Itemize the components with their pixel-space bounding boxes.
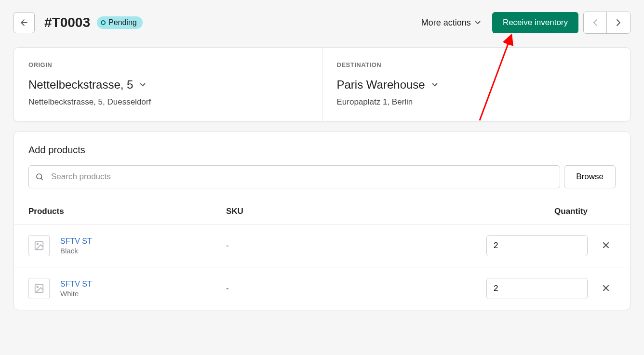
image-placeholder-icon bbox=[34, 283, 44, 294]
quantity-stepper bbox=[486, 235, 588, 256]
status-badge: Pending bbox=[97, 16, 143, 29]
origin-name: Nettelbeckstrasse, 5 bbox=[28, 78, 133, 92]
remove-row-button[interactable] bbox=[599, 238, 613, 253]
arrow-left-icon bbox=[19, 18, 29, 27]
browse-button[interactable]: Browse bbox=[564, 165, 616, 188]
products-table-header: Products SKU Quantity bbox=[14, 201, 630, 224]
caret-down-icon bbox=[432, 83, 438, 87]
col-sku: SKU bbox=[226, 207, 471, 216]
image-placeholder-icon bbox=[34, 240, 44, 251]
remove-row-button[interactable] bbox=[599, 281, 613, 296]
destination-label: DESTINATION bbox=[337, 61, 616, 68]
page-title: #T0003 bbox=[44, 15, 90, 30]
add-products-title: Add products bbox=[14, 145, 630, 165]
chevron-left-icon bbox=[593, 19, 598, 26]
destination-selector[interactable]: Paris Warehouse bbox=[337, 78, 616, 92]
product-name-link[interactable]: SFTV ST bbox=[60, 280, 92, 289]
col-products: Products bbox=[28, 207, 226, 216]
svg-point-8 bbox=[37, 286, 38, 288]
product-sku: - bbox=[226, 241, 471, 250]
destination-name: Paris Warehouse bbox=[337, 78, 425, 92]
more-actions-menu[interactable]: More actions bbox=[421, 18, 481, 28]
origin-label: ORIGIN bbox=[28, 61, 308, 68]
pager bbox=[583, 12, 631, 34]
col-quantity: Quantity bbox=[471, 207, 596, 216]
pager-prev-button[interactable] bbox=[584, 12, 607, 33]
quantity-stepper bbox=[486, 278, 588, 299]
close-icon bbox=[602, 241, 610, 249]
destination-column: DESTINATION Paris Warehouse Europaplatz … bbox=[322, 48, 631, 121]
back-button[interactable] bbox=[13, 12, 35, 33]
product-variant: White bbox=[60, 289, 92, 298]
caret-down-icon bbox=[140, 83, 146, 87]
search-icon bbox=[35, 172, 44, 181]
search-products-input[interactable] bbox=[28, 165, 560, 188]
more-actions-label: More actions bbox=[421, 18, 471, 28]
origin-column: ORIGIN Nettelbeckstrasse, 5 Nettelbeckst… bbox=[14, 48, 322, 121]
product-thumbnail bbox=[28, 235, 50, 256]
caret-down-icon bbox=[475, 21, 481, 25]
pager-next-button[interactable] bbox=[607, 12, 630, 33]
product-sku: - bbox=[226, 284, 471, 293]
status-dot-icon bbox=[101, 20, 106, 25]
product-variant: Black bbox=[60, 247, 92, 255]
origin-address: Nettelbeckstrasse, 5, Duesseldorf bbox=[28, 97, 308, 107]
destination-address: Europaplatz 1, Berlin bbox=[337, 97, 616, 107]
product-row: SFTV ST Black - bbox=[14, 224, 630, 267]
products-card: Add products Browse Products SKU Quantit… bbox=[13, 131, 631, 310]
status-badge-label: Pending bbox=[108, 18, 137, 27]
close-icon bbox=[602, 284, 610, 292]
product-name-link[interactable]: SFTV ST bbox=[60, 237, 92, 246]
product-row: SFTV ST White - bbox=[14, 267, 630, 310]
quantity-input[interactable] bbox=[487, 236, 588, 256]
origin-selector[interactable]: Nettelbeckstrasse, 5 bbox=[28, 78, 308, 92]
quantity-input[interactable] bbox=[487, 278, 588, 299]
svg-point-4 bbox=[37, 243, 38, 245]
locations-card: ORIGIN Nettelbeckstrasse, 5 Nettelbeckst… bbox=[13, 47, 631, 122]
receive-inventory-button[interactable]: Receive inventory bbox=[492, 12, 578, 33]
svg-point-1 bbox=[37, 174, 42, 179]
chevron-right-icon bbox=[616, 19, 621, 26]
svg-line-2 bbox=[41, 178, 42, 180]
product-thumbnail bbox=[28, 278, 50, 299]
